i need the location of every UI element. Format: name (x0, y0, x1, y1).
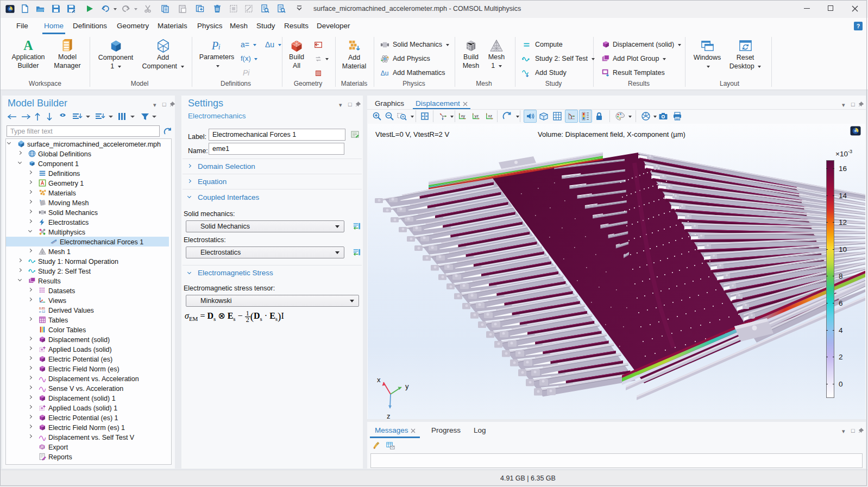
svg-text:x: x (377, 376, 381, 384)
svg-text:z: z (387, 412, 391, 419)
svg-text:y: y (405, 382, 409, 390)
